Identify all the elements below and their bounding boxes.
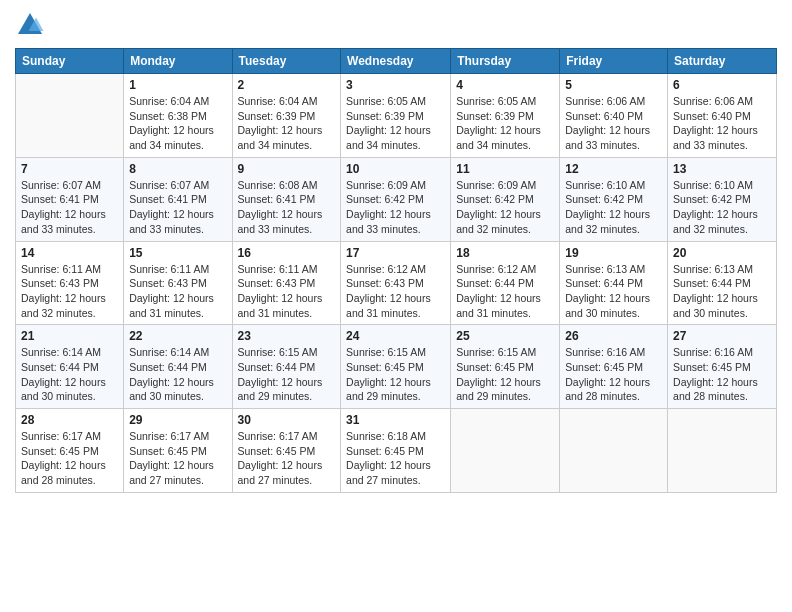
calendar-cell: 21Sunrise: 6:14 AMSunset: 6:44 PMDayligh… xyxy=(16,325,124,409)
day-number: 16 xyxy=(238,246,336,260)
day-number: 11 xyxy=(456,162,554,176)
day-number: 9 xyxy=(238,162,336,176)
calendar-cell: 24Sunrise: 6:15 AMSunset: 6:45 PMDayligh… xyxy=(341,325,451,409)
calendar-day-header: Sunday xyxy=(16,49,124,74)
day-number: 26 xyxy=(565,329,662,343)
calendar-day-header: Tuesday xyxy=(232,49,341,74)
day-number: 30 xyxy=(238,413,336,427)
calendar-table: SundayMondayTuesdayWednesdayThursdayFrid… xyxy=(15,48,777,493)
day-info: Sunrise: 6:11 AMSunset: 6:43 PMDaylight:… xyxy=(129,262,226,321)
day-number: 29 xyxy=(129,413,226,427)
calendar-header-row: SundayMondayTuesdayWednesdayThursdayFrid… xyxy=(16,49,777,74)
calendar-day-header: Monday xyxy=(124,49,232,74)
calendar-cell xyxy=(16,74,124,158)
day-info: Sunrise: 6:17 AMSunset: 6:45 PMDaylight:… xyxy=(21,429,118,488)
calendar-cell: 19Sunrise: 6:13 AMSunset: 6:44 PMDayligh… xyxy=(560,241,668,325)
day-number: 12 xyxy=(565,162,662,176)
calendar-cell: 15Sunrise: 6:11 AMSunset: 6:43 PMDayligh… xyxy=(124,241,232,325)
day-info: Sunrise: 6:12 AMSunset: 6:43 PMDaylight:… xyxy=(346,262,445,321)
calendar-cell: 22Sunrise: 6:14 AMSunset: 6:44 PMDayligh… xyxy=(124,325,232,409)
calendar-day-header: Thursday xyxy=(451,49,560,74)
day-number: 13 xyxy=(673,162,771,176)
calendar-cell: 18Sunrise: 6:12 AMSunset: 6:44 PMDayligh… xyxy=(451,241,560,325)
day-info: Sunrise: 6:14 AMSunset: 6:44 PMDaylight:… xyxy=(129,345,226,404)
day-number: 14 xyxy=(21,246,118,260)
calendar-cell: 26Sunrise: 6:16 AMSunset: 6:45 PMDayligh… xyxy=(560,325,668,409)
day-number: 15 xyxy=(129,246,226,260)
calendar-day-header: Wednesday xyxy=(341,49,451,74)
calendar-cell: 20Sunrise: 6:13 AMSunset: 6:44 PMDayligh… xyxy=(668,241,777,325)
day-number: 18 xyxy=(456,246,554,260)
day-info: Sunrise: 6:06 AMSunset: 6:40 PMDaylight:… xyxy=(565,94,662,153)
day-number: 6 xyxy=(673,78,771,92)
day-info: Sunrise: 6:07 AMSunset: 6:41 PMDaylight:… xyxy=(21,178,118,237)
day-number: 20 xyxy=(673,246,771,260)
calendar-day-header: Friday xyxy=(560,49,668,74)
calendar-cell: 16Sunrise: 6:11 AMSunset: 6:43 PMDayligh… xyxy=(232,241,341,325)
calendar-cell xyxy=(560,409,668,493)
calendar-cell: 13Sunrise: 6:10 AMSunset: 6:42 PMDayligh… xyxy=(668,157,777,241)
header xyxy=(15,10,777,40)
calendar-cell: 27Sunrise: 6:16 AMSunset: 6:45 PMDayligh… xyxy=(668,325,777,409)
calendar-cell: 31Sunrise: 6:18 AMSunset: 6:45 PMDayligh… xyxy=(341,409,451,493)
logo-icon xyxy=(15,10,45,40)
day-info: Sunrise: 6:08 AMSunset: 6:41 PMDaylight:… xyxy=(238,178,336,237)
day-number: 21 xyxy=(21,329,118,343)
calendar-cell: 4Sunrise: 6:05 AMSunset: 6:39 PMDaylight… xyxy=(451,74,560,158)
day-number: 23 xyxy=(238,329,336,343)
day-info: Sunrise: 6:15 AMSunset: 6:45 PMDaylight:… xyxy=(456,345,554,404)
page-container: SundayMondayTuesdayWednesdayThursdayFrid… xyxy=(0,0,792,503)
day-number: 1 xyxy=(129,78,226,92)
calendar-week-row: 21Sunrise: 6:14 AMSunset: 6:44 PMDayligh… xyxy=(16,325,777,409)
calendar-week-row: 28Sunrise: 6:17 AMSunset: 6:45 PMDayligh… xyxy=(16,409,777,493)
day-number: 22 xyxy=(129,329,226,343)
calendar-cell: 9Sunrise: 6:08 AMSunset: 6:41 PMDaylight… xyxy=(232,157,341,241)
calendar-cell: 10Sunrise: 6:09 AMSunset: 6:42 PMDayligh… xyxy=(341,157,451,241)
day-info: Sunrise: 6:17 AMSunset: 6:45 PMDaylight:… xyxy=(129,429,226,488)
day-info: Sunrise: 6:16 AMSunset: 6:45 PMDaylight:… xyxy=(673,345,771,404)
calendar-cell: 17Sunrise: 6:12 AMSunset: 6:43 PMDayligh… xyxy=(341,241,451,325)
day-info: Sunrise: 6:16 AMSunset: 6:45 PMDaylight:… xyxy=(565,345,662,404)
calendar-cell xyxy=(668,409,777,493)
day-number: 7 xyxy=(21,162,118,176)
calendar-cell: 11Sunrise: 6:09 AMSunset: 6:42 PMDayligh… xyxy=(451,157,560,241)
day-info: Sunrise: 6:05 AMSunset: 6:39 PMDaylight:… xyxy=(456,94,554,153)
day-number: 8 xyxy=(129,162,226,176)
day-number: 17 xyxy=(346,246,445,260)
day-number: 19 xyxy=(565,246,662,260)
day-info: Sunrise: 6:14 AMSunset: 6:44 PMDaylight:… xyxy=(21,345,118,404)
day-number: 28 xyxy=(21,413,118,427)
day-number: 25 xyxy=(456,329,554,343)
calendar-week-row: 1Sunrise: 6:04 AMSunset: 6:38 PMDaylight… xyxy=(16,74,777,158)
day-info: Sunrise: 6:09 AMSunset: 6:42 PMDaylight:… xyxy=(456,178,554,237)
day-info: Sunrise: 6:11 AMSunset: 6:43 PMDaylight:… xyxy=(21,262,118,321)
day-info: Sunrise: 6:09 AMSunset: 6:42 PMDaylight:… xyxy=(346,178,445,237)
calendar-cell: 3Sunrise: 6:05 AMSunset: 6:39 PMDaylight… xyxy=(341,74,451,158)
calendar-cell: 5Sunrise: 6:06 AMSunset: 6:40 PMDaylight… xyxy=(560,74,668,158)
calendar-cell: 28Sunrise: 6:17 AMSunset: 6:45 PMDayligh… xyxy=(16,409,124,493)
calendar-week-row: 7Sunrise: 6:07 AMSunset: 6:41 PMDaylight… xyxy=(16,157,777,241)
calendar-cell: 8Sunrise: 6:07 AMSunset: 6:41 PMDaylight… xyxy=(124,157,232,241)
day-info: Sunrise: 6:15 AMSunset: 6:45 PMDaylight:… xyxy=(346,345,445,404)
day-info: Sunrise: 6:04 AMSunset: 6:39 PMDaylight:… xyxy=(238,94,336,153)
calendar-day-header: Saturday xyxy=(668,49,777,74)
calendar-cell: 29Sunrise: 6:17 AMSunset: 6:45 PMDayligh… xyxy=(124,409,232,493)
day-info: Sunrise: 6:04 AMSunset: 6:38 PMDaylight:… xyxy=(129,94,226,153)
calendar-cell: 14Sunrise: 6:11 AMSunset: 6:43 PMDayligh… xyxy=(16,241,124,325)
day-info: Sunrise: 6:15 AMSunset: 6:44 PMDaylight:… xyxy=(238,345,336,404)
calendar-cell: 25Sunrise: 6:15 AMSunset: 6:45 PMDayligh… xyxy=(451,325,560,409)
calendar-cell: 12Sunrise: 6:10 AMSunset: 6:42 PMDayligh… xyxy=(560,157,668,241)
calendar-week-row: 14Sunrise: 6:11 AMSunset: 6:43 PMDayligh… xyxy=(16,241,777,325)
day-number: 24 xyxy=(346,329,445,343)
day-info: Sunrise: 6:12 AMSunset: 6:44 PMDaylight:… xyxy=(456,262,554,321)
logo xyxy=(15,10,49,40)
calendar-cell: 23Sunrise: 6:15 AMSunset: 6:44 PMDayligh… xyxy=(232,325,341,409)
day-number: 2 xyxy=(238,78,336,92)
day-info: Sunrise: 6:05 AMSunset: 6:39 PMDaylight:… xyxy=(346,94,445,153)
day-info: Sunrise: 6:13 AMSunset: 6:44 PMDaylight:… xyxy=(565,262,662,321)
day-number: 27 xyxy=(673,329,771,343)
day-number: 31 xyxy=(346,413,445,427)
day-number: 3 xyxy=(346,78,445,92)
calendar-cell: 7Sunrise: 6:07 AMSunset: 6:41 PMDaylight… xyxy=(16,157,124,241)
calendar-cell: 2Sunrise: 6:04 AMSunset: 6:39 PMDaylight… xyxy=(232,74,341,158)
